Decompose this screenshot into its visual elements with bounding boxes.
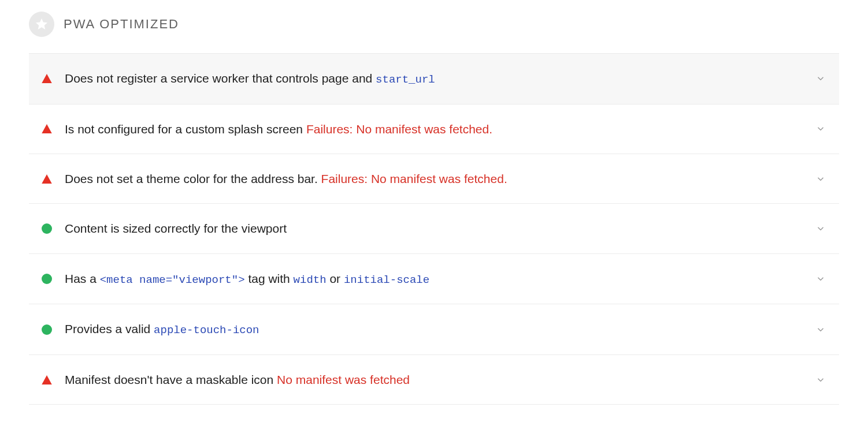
fail-icon (42, 375, 52, 385)
audit-title: Does not register a service worker that … (65, 70, 802, 88)
audit-text-text: or (327, 272, 344, 285)
audit-text-code: initial-scale (344, 274, 429, 286)
chevron-down-icon[interactable] (815, 324, 826, 335)
audit-row[interactable]: Provides a valid apple-touch-icon (29, 304, 839, 355)
audit-title: Provides a valid apple-touch-icon (65, 320, 802, 338)
chevron-down-icon[interactable] (815, 73, 826, 84)
audit-text-error: No manifest was fetched (277, 373, 410, 386)
audit-row[interactable]: Is not configured for a custom splash sc… (29, 104, 839, 154)
fail-icon (42, 174, 52, 184)
section-header: PWA OPTIMIZED (29, 12, 839, 37)
chevron-down-icon[interactable] (815, 123, 826, 135)
audit-row[interactable]: Has a <meta name="viewport"> tag with wi… (29, 254, 839, 305)
audit-row[interactable]: Does not set a theme color for the addre… (29, 154, 839, 204)
audit-text-text: Has a (65, 272, 100, 285)
audit-text-text: Content is sized correctly for the viewp… (65, 222, 287, 235)
chevron-down-icon[interactable] (815, 173, 826, 185)
audit-title: Content is sized correctly for the viewp… (65, 220, 802, 237)
star-icon (29, 12, 54, 37)
audit-list: Does not register a service worker that … (29, 53, 839, 405)
audit-text-code: start_url (376, 73, 435, 86)
chevron-down-icon[interactable] (815, 273, 826, 285)
audit-text-text: Does not set a theme color for the addre… (65, 172, 321, 185)
audit-text-text: Is not configured for a custom splash sc… (65, 122, 306, 136)
fail-icon (42, 124, 52, 134)
audit-title: Manifest doesn't have a maskable icon No… (65, 371, 802, 388)
fail-icon (42, 73, 52, 84)
audit-title: Has a <meta name="viewport"> tag with wi… (65, 270, 802, 288)
audit-row[interactable]: Does not register a service worker that … (29, 54, 839, 104)
chevron-down-icon[interactable] (815, 374, 826, 386)
audit-text-error: Failures: No manifest was fetched. (306, 122, 492, 136)
audit-text-code: apple-touch-icon (154, 324, 259, 337)
pass-icon (42, 223, 52, 234)
audit-title: Does not set a theme color for the addre… (65, 170, 802, 187)
audit-text-text: Does not register a service worker that … (65, 72, 376, 85)
section-title: PWA OPTIMIZED (64, 17, 179, 32)
audit-row[interactable]: Content is sized correctly for the viewp… (29, 204, 839, 253)
audit-text-text: tag with (245, 272, 294, 285)
pass-icon (42, 274, 52, 284)
pass-icon (42, 324, 52, 335)
audit-text-code: <meta name="viewport"> (100, 274, 245, 286)
audit-text-text: Provides a valid (65, 322, 154, 335)
audit-row[interactable]: Manifest doesn't have a maskable icon No… (29, 355, 839, 405)
audit-text-error: Failures: No manifest was fetched. (321, 172, 507, 185)
audit-text-code: width (294, 274, 327, 286)
audit-text-text: Manifest doesn't have a maskable icon (65, 373, 277, 386)
chevron-down-icon[interactable] (815, 223, 826, 234)
audit-title: Is not configured for a custom splash sc… (65, 121, 802, 137)
